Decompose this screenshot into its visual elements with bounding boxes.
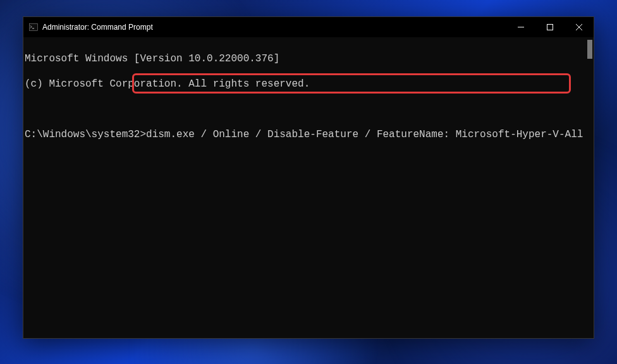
titlebar-left: Administrator: Command Prompt <box>23 22 153 32</box>
maximize-button[interactable] <box>535 17 565 37</box>
vertical-scrollbar-thumb[interactable] <box>587 40 592 59</box>
prompt-line: C:\Windows\system32>dism.exe / Online / … <box>25 128 583 141</box>
minimize-button[interactable] <box>506 17 535 37</box>
window-controls <box>506 17 594 37</box>
svg-rect-0 <box>30 24 38 31</box>
typed-command[interactable]: dism.exe / Online / Disable-Feature / Fe… <box>146 129 583 140</box>
svg-rect-3 <box>547 25 553 30</box>
command-prompt-icon <box>28 22 39 32</box>
close-button[interactable] <box>565 17 594 37</box>
titlebar[interactable]: Administrator: Command Prompt <box>23 17 594 37</box>
prompt-path: C:\Windows\system32> <box>25 129 146 140</box>
output-line-blank <box>25 103 592 116</box>
output-line-copyright: (c) Microsoft Corporation. All rights re… <box>25 78 592 90</box>
output-line-version: Microsoft Windows [Version 10.0.22000.37… <box>25 52 592 65</box>
window-title: Administrator: Command Prompt <box>42 23 153 32</box>
terminal-content: Microsoft Windows [Version 10.0.22000.37… <box>25 40 592 154</box>
command-prompt-window: Administrator: Command Prompt Microsoft … <box>23 16 594 339</box>
terminal-area[interactable]: Microsoft Windows [Version 10.0.22000.37… <box>23 37 594 338</box>
